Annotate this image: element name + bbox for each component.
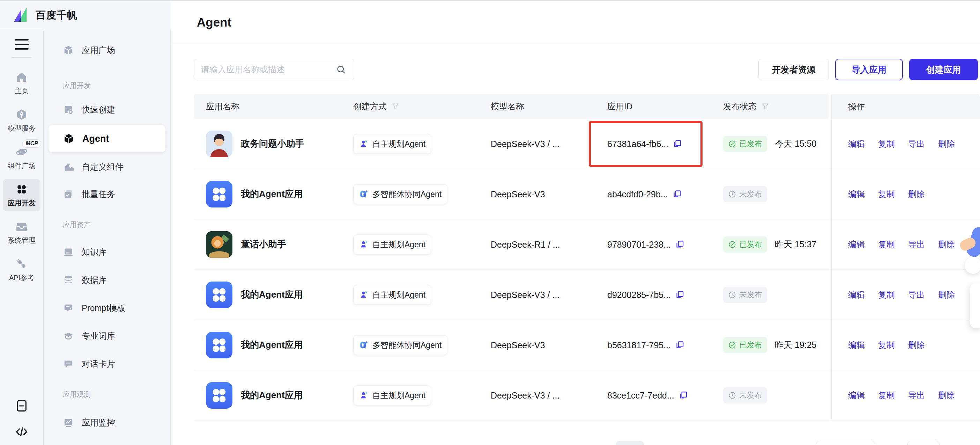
grad-cap-icon xyxy=(63,330,74,341)
copy-icon[interactable] xyxy=(675,290,684,299)
actions-cell: 编辑复制删除 xyxy=(848,188,925,200)
rail-item-label: 组件广场 xyxy=(8,161,36,171)
status-badge: 未发布 xyxy=(723,287,767,303)
rail-item-api-ref[interactable]: API参考 xyxy=(3,254,40,286)
app-avatar xyxy=(206,131,232,157)
column-header-3: 模型名称 xyxy=(491,94,524,119)
clock-icon xyxy=(728,391,737,400)
quick-create-icon xyxy=(63,104,74,115)
sidebar-item-custom-components[interactable]: 自定义组件 xyxy=(44,158,170,176)
sidebar-item-chat-cards[interactable]: 对话卡片 xyxy=(44,355,170,373)
sidebar-item-prompt-templates[interactable]: Prompt模板 xyxy=(44,299,170,317)
title-bar: Agent xyxy=(171,1,980,44)
menu-toggle-icon[interactable] xyxy=(15,39,29,49)
sidebar-item-label: 批量任务 xyxy=(82,188,115,200)
sidebar-item-knowledge-base[interactable]: 知识库 xyxy=(44,243,170,261)
rail-item-component-plaza[interactable]: MCP组件广场 xyxy=(3,142,40,174)
rail-item-system-mgmt[interactable]: 系统管理 xyxy=(3,216,40,249)
sidebar-item-label: Agent xyxy=(83,134,109,144)
search-icon[interactable] xyxy=(336,64,346,75)
app-id-text: 83ce1cc7-7edd... xyxy=(607,390,674,400)
action-link[interactable]: 删除 xyxy=(908,340,925,351)
action-link[interactable]: 删除 xyxy=(938,390,955,401)
action-link[interactable]: 复制 xyxy=(878,188,895,200)
action-link[interactable]: 删除 xyxy=(908,188,925,200)
action-link[interactable]: 删除 xyxy=(938,138,955,150)
status-label: 未发布 xyxy=(739,290,762,300)
action-link[interactable]: 复制 xyxy=(878,390,895,401)
sidebar-item-label: 对话卡片 xyxy=(82,358,115,370)
table-row[interactable]: 我的Agent应用多智能体协同AgentDeepSeek-V3ab4cdfd0-… xyxy=(194,169,980,219)
status-badge: 已发布 xyxy=(723,337,767,353)
sidebar-item-app-plaza[interactable]: 应用广场 xyxy=(44,41,170,59)
create-type-cell: 多智能体协同Agent xyxy=(353,184,447,204)
import-app-button[interactable]: 导入应用 xyxy=(835,59,903,80)
create-type-label: 自主规划Agent xyxy=(372,138,425,149)
action-link[interactable]: 编辑 xyxy=(848,138,865,150)
copy-icon[interactable] xyxy=(675,340,684,349)
table-row[interactable]: 我的Agent应用自主规划AgentDeepSeek-V3 / ...d9200… xyxy=(194,270,980,320)
action-link[interactable]: 删除 xyxy=(938,239,955,250)
action-link[interactable]: 复制 xyxy=(878,289,895,300)
table-row[interactable]: 童话小助手自主规划AgentDeepSeek-R1 / ...97890701-… xyxy=(194,219,980,270)
assistant-widget[interactable] xyxy=(961,227,980,332)
model-name-cell: DeepSeek-V3 / ... xyxy=(491,139,560,149)
action-link[interactable]: 编辑 xyxy=(848,340,865,351)
copy-icon[interactable] xyxy=(678,391,688,400)
action-link[interactable]: 导出 xyxy=(908,289,925,300)
action-link[interactable]: 导出 xyxy=(908,390,925,401)
filter-icon[interactable] xyxy=(391,102,400,111)
action-link[interactable]: 编辑 xyxy=(848,239,865,250)
pagination-page-button[interactable] xyxy=(616,441,644,445)
pagination-jump-input[interactable] xyxy=(907,441,940,445)
clock-icon xyxy=(728,190,737,198)
chat-card-icon xyxy=(63,358,74,370)
robot-agent-icon xyxy=(359,139,369,149)
filter-icon[interactable] xyxy=(761,102,770,111)
action-link[interactable]: 编辑 xyxy=(848,390,865,401)
table-row[interactable]: 政务问题小助手自主规划AgentDeepSeek-V3 / ...67381a6… xyxy=(194,119,980,169)
rail-item-model-services[interactable]: 模型服务 xyxy=(3,104,40,137)
app-avatar xyxy=(206,382,232,409)
copy-icon[interactable] xyxy=(673,139,682,148)
app-name: 我的Agent应用 xyxy=(241,339,303,351)
create-type-badge: 自主规划Agent xyxy=(353,234,431,254)
pagination-size-select[interactable] xyxy=(816,441,875,445)
agent-cube-icon xyxy=(63,133,75,145)
app-avatar xyxy=(206,181,232,207)
table-row[interactable]: 我的Agent应用多智能体协同AgentDeepSeek-V3b5631817-… xyxy=(194,320,980,370)
action-link[interactable]: 编辑 xyxy=(848,289,865,300)
create-app-button[interactable]: 创建应用 xyxy=(909,59,978,80)
action-link[interactable]: 编辑 xyxy=(848,188,865,200)
table-header: 应用名称创建方式模型名称应用ID发布状态操作 xyxy=(194,94,980,119)
action-link[interactable]: 导出 xyxy=(908,239,925,250)
hex-rocket-icon xyxy=(15,108,28,121)
grid-icon xyxy=(15,183,28,196)
multi-agent-icon xyxy=(359,189,369,199)
sidebar-item-agent[interactable]: Agent xyxy=(49,125,165,152)
copy-icon[interactable] xyxy=(675,239,684,249)
action-link[interactable]: 复制 xyxy=(878,239,895,250)
action-link[interactable]: 删除 xyxy=(938,289,955,300)
action-link[interactable]: 复制 xyxy=(878,340,895,351)
icon-rail: 主页模型服务MCP组件广场应用开发系统管理API参考 xyxy=(0,30,44,445)
sidebar-item-database[interactable]: 数据库 xyxy=(44,271,170,289)
action-link[interactable]: 导出 xyxy=(908,138,925,150)
assistant-face xyxy=(965,257,980,274)
sidebar-item-quick-create[interactable]: 快速创建 xyxy=(44,100,170,119)
rail-item-home[interactable]: 主页 xyxy=(3,67,40,99)
doc-file-icon[interactable] xyxy=(15,399,29,413)
code-tag-icon[interactable] xyxy=(15,425,29,439)
qianfan-logo-icon xyxy=(13,6,31,24)
rail-item-app-dev[interactable]: 应用开发 xyxy=(3,179,40,211)
sidebar-item-app-monitor[interactable]: 应用监控 xyxy=(44,413,170,432)
table-row[interactable]: 我的Agent应用自主规划AgentDeepSeek-V3 / ...83ce1… xyxy=(194,370,980,421)
dev-resources-button[interactable]: 开发者资源 xyxy=(758,59,829,80)
action-link[interactable]: 复制 xyxy=(878,138,895,150)
sidebar-item-batch-tasks[interactable]: 批量任务 xyxy=(44,185,170,203)
rail-item-label: API参考 xyxy=(9,273,34,282)
copy-icon[interactable] xyxy=(672,189,682,199)
search-input[interactable] xyxy=(194,65,336,74)
column-header-4: 应用ID xyxy=(607,94,632,119)
sidebar-item-vocabulary[interactable]: 专业词库 xyxy=(44,327,170,345)
